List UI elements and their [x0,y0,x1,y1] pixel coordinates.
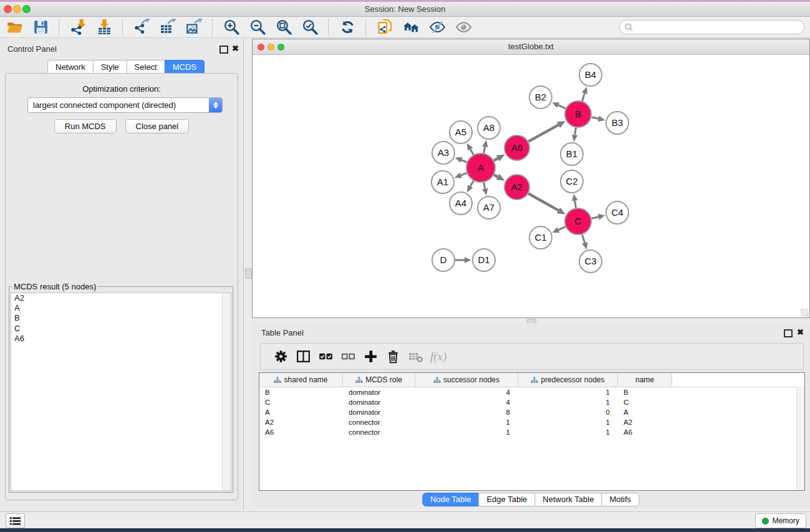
mcds-result-item[interactable]: B [11,313,231,323]
table-float-panel-icon[interactable] [784,329,793,337]
mcds-result-item[interactable]: A2 [11,293,231,303]
vertical-splitter-handle[interactable] [245,268,252,279]
task-history-button[interactable] [6,513,25,528]
open-session-icon [6,19,23,36]
export-table-button[interactable] [155,18,180,37]
search-box[interactable] [619,20,804,34]
function-builder-fx-button[interactable]: f(x) [430,350,446,364]
mcds-result-item[interactable]: C [11,324,231,334]
network-minimize-traffic-light[interactable] [268,44,274,51]
edge-C-C3[interactable] [582,235,585,243]
select-stepper-icon[interactable] [209,98,222,112]
edge-A-A8[interactable] [484,147,485,153]
hide-selected-button[interactable] [425,18,450,37]
edge-A-A6[interactable] [494,158,498,160]
table-cell: 8 [415,407,518,417]
table-row[interactable]: Adominator80A [259,407,804,417]
result-list-scrollbar[interactable] [222,293,231,490]
mcds-result-item[interactable]: A [11,303,231,313]
close-panel-icon[interactable]: ✖ [232,44,239,52]
mcds-result-item[interactable]: A6 [11,334,231,344]
edge-A-A5[interactable] [470,149,473,155]
tab-network[interactable]: Network [47,60,94,74]
run-mcds-button[interactable]: Run MCDS [54,119,117,133]
new-network-from-selection-button[interactable] [372,18,397,37]
close-panel-button[interactable]: Close panel [125,119,190,133]
mcds-result-list: A2ABCA6 [11,293,231,491]
edge-B-B3[interactable] [591,117,598,119]
network-close-traffic-light[interactable] [258,44,264,51]
save-session-button[interactable] [28,18,53,37]
tab-node-table[interactable]: Node Table [422,493,480,506]
edge-A-A7[interactable] [484,183,485,189]
zoom-selected-button[interactable] [297,18,322,37]
open-session-button[interactable] [2,18,27,37]
edge-B-B2[interactable] [558,105,566,109]
table-cell: B [259,387,343,397]
import-table-button[interactable] [92,18,117,37]
export-network-button[interactable] [129,18,154,37]
edge-A-A2[interactable] [494,175,498,177]
table-settings-gear-button[interactable] [269,346,292,367]
table-close-panel-icon[interactable]: ✖ [797,328,804,336]
column-header-name[interactable]: name [618,373,672,387]
tab-style[interactable]: Style [93,60,127,74]
window-resize-grip[interactable] [801,309,809,317]
tab-select[interactable]: Select [127,60,165,74]
maximize-traffic-light[interactable] [22,5,31,13]
edge-A6-B[interactable] [528,125,558,141]
add-column-plus-button[interactable] [359,346,382,367]
edge-A-A4[interactable] [470,181,473,186]
network-graph: AA1A2A3A4A5A6A7A8BB1B2B3B4CC1C2C3C4DD1 [253,55,809,317]
deselect-all-checkboxes-button[interactable] [337,346,359,367]
search-input[interactable] [634,21,804,34]
table-row[interactable]: A2connector11A2 [259,417,804,427]
hide-selected-icon [429,19,446,36]
edge-A-A3[interactable] [461,160,467,163]
minimize-traffic-light[interactable] [13,5,21,13]
table-row[interactable]: Bdominator41B [259,387,804,397]
edge-C-C2[interactable] [575,201,576,208]
table-row[interactable]: A6connector11A6 [259,427,804,437]
float-panel-icon[interactable] [219,46,228,54]
network-maximize-traffic-light[interactable] [277,44,284,51]
zoom-fit-button[interactable] [271,18,296,37]
show-all-button[interactable] [451,18,476,37]
export-image-button[interactable] [181,18,206,37]
column-header-shared-name[interactable]: shared name [259,373,343,387]
edge-arrowhead [482,188,488,196]
edge-C-C4[interactable] [591,217,598,219]
zoom-in-button[interactable] [219,18,244,37]
node-table-scrollbar[interactable] [796,387,804,490]
toggle-panel-split-button[interactable] [292,346,314,367]
first-neighbors-button[interactable] [398,18,423,37]
refresh-layout-button[interactable] [335,18,360,37]
delete-table-grid-button[interactable] [404,346,427,367]
select-all-checkboxes-button[interactable] [314,346,337,367]
optimization-criterion-select[interactable]: largest connected component (directed) [27,97,223,113]
edge-A2-C[interactable] [528,193,558,210]
memory-button[interactable]: Memory [755,513,806,528]
delete-column-trash-button[interactable] [382,346,404,367]
mcds-tab-content: Optimization criterion: largest connecte… [5,73,238,500]
table-cell: A [618,407,672,417]
node-label-A7: A7 [483,202,494,213]
import-network-button[interactable] [65,18,90,37]
tab-edge-table[interactable]: Edge Table [478,493,535,506]
tab-motifs[interactable]: Motifs [601,493,639,506]
column-header-mcds-role[interactable]: MCDS role [343,373,415,387]
network-canvas[interactable]: AA1A2A3A4A5A6A7A8BB1B2B3B4CC1C2C3C4DD1 [253,55,809,317]
tab-network-table[interactable]: Network Table [534,493,602,506]
close-traffic-light[interactable] [4,5,12,13]
column-header-successor-nodes[interactable]: successor nodes [415,373,518,387]
zoom-out-button[interactable] [245,18,270,37]
tab-mcds[interactable]: MCDS [165,60,205,74]
table-row[interactable]: Cdominator41C [259,397,804,407]
column-header-predecessor-nodes[interactable]: predecessor nodes [518,373,618,387]
edge-B-B4[interactable] [582,94,585,101]
edge-A-A1[interactable] [461,173,467,175]
edge-B-B1[interactable] [575,128,576,135]
network-window-titlebar[interactable]: testGlobe.txt [253,39,809,55]
edge-C-C1[interactable] [558,227,565,230]
table-cell: C [259,397,343,407]
